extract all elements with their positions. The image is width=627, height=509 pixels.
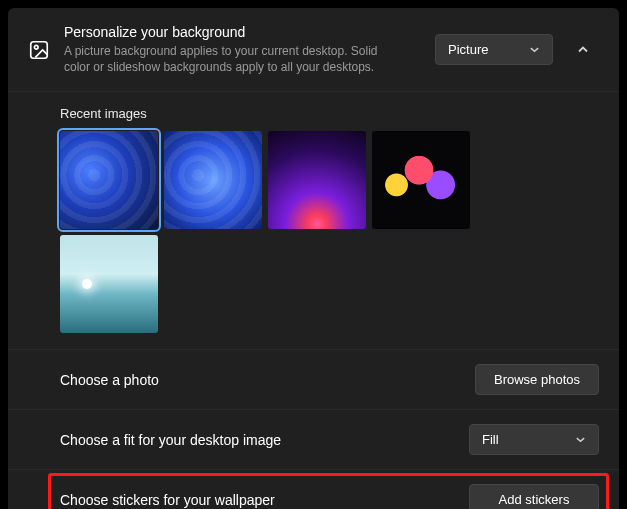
choose-photo-row: Choose a photo Browse photos	[8, 349, 619, 409]
recent-image-thumb[interactable]	[60, 131, 158, 229]
collapse-button[interactable]	[567, 34, 599, 66]
header-text: Personalize your background A picture ba…	[64, 24, 421, 75]
picture-icon	[28, 39, 50, 61]
fit-select[interactable]: Fill	[469, 424, 599, 455]
choose-fit-row: Choose a fit for your desktop image Fill	[8, 409, 619, 469]
chevron-down-icon	[528, 44, 540, 56]
choose-photo-label: Choose a photo	[60, 372, 159, 388]
recent-image-thumb[interactable]	[60, 235, 158, 333]
chevron-up-icon	[577, 44, 589, 56]
header-title: Personalize your background	[64, 24, 421, 40]
choose-fit-label: Choose a fit for your desktop image	[60, 432, 281, 448]
personalize-background-header[interactable]: Personalize your background A picture ba…	[8, 8, 619, 92]
header-subtitle: A picture background applies to your cur…	[64, 43, 404, 75]
recent-image-thumb[interactable]	[268, 131, 366, 229]
recent-images-label: Recent images	[8, 92, 619, 131]
recent-images-grid	[8, 131, 619, 349]
browse-photos-button[interactable]: Browse photos	[475, 364, 599, 395]
svg-point-1	[34, 45, 38, 49]
add-stickers-button[interactable]: Add stickers	[469, 484, 599, 509]
choose-stickers-row: Choose stickers for your wallpaper Add s…	[8, 469, 619, 509]
background-type-value: Picture	[448, 42, 488, 57]
fit-value: Fill	[482, 432, 499, 447]
recent-image-thumb[interactable]	[372, 131, 470, 229]
recent-image-thumb[interactable]	[164, 131, 262, 229]
chevron-down-icon	[574, 434, 586, 446]
svg-rect-0	[31, 41, 48, 58]
background-settings-panel: Personalize your background A picture ba…	[8, 8, 619, 509]
background-type-select[interactable]: Picture	[435, 34, 553, 65]
choose-stickers-label: Choose stickers for your wallpaper	[60, 492, 275, 508]
